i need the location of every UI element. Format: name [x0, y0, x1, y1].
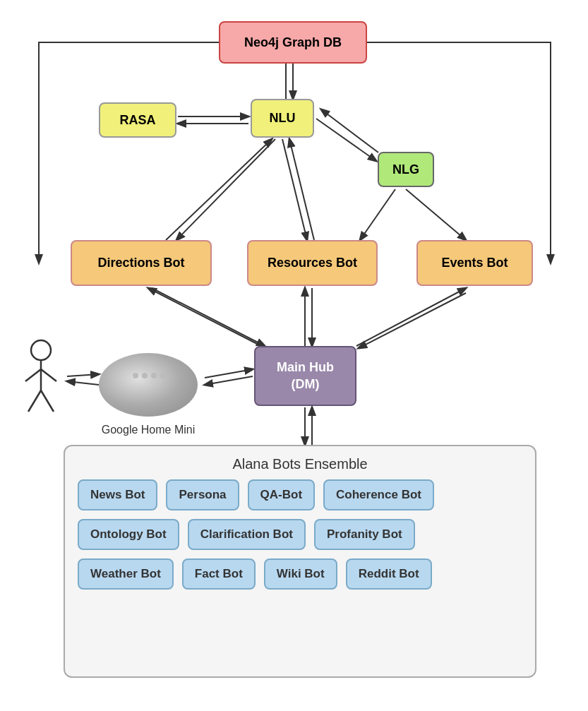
google-home-ellipse — [99, 353, 198, 417]
dot-2 — [142, 373, 148, 378]
nlg-node: NLG — [378, 152, 434, 187]
svg-line-6 — [176, 139, 275, 240]
fact-bot: Fact Bot — [182, 558, 256, 590]
clarification-bot-label: Clarification Bot — [200, 527, 293, 541]
google-home-label: Google Home Mini — [85, 424, 212, 436]
profanity-bot-label: Profanity Bot — [327, 527, 402, 541]
svg-line-11 — [166, 139, 272, 240]
svg-line-28 — [28, 390, 41, 412]
ensemble-title-text: Alana Bots Ensemble — [232, 456, 367, 472]
ensemble-row-2: Ontology Bot Clarification Bot Profanity… — [78, 519, 522, 550]
nlg-label: NLG — [392, 162, 419, 177]
dot-1 — [133, 373, 138, 378]
qa-bot: QA-Bot — [248, 479, 315, 510]
stick-figure — [20, 337, 62, 422]
nlu-node: NLU — [251, 99, 314, 138]
reddit-bot-label: Reddit Bot — [359, 567, 419, 580]
svg-line-13 — [152, 288, 265, 346]
events-label: Events Bot — [441, 256, 508, 270]
neo4j-label: Neo4j Graph DB — [244, 35, 342, 50]
google-home-text: Google Home Mini — [102, 424, 196, 436]
svg-line-26 — [25, 369, 41, 381]
persona-bot: Persona — [166, 479, 239, 510]
resources-bot-node: Resources Bot — [247, 240, 378, 286]
svg-line-4 — [316, 119, 376, 161]
svg-line-21 — [67, 374, 99, 376]
svg-line-12 — [148, 288, 261, 346]
weather-bot-label: Weather Bot — [90, 567, 161, 580]
svg-line-8 — [289, 139, 314, 240]
ensemble-row-3: Weather Bot Fact Bot Wiki Bot Reddit Bot — [78, 558, 522, 590]
news-bot: News Bot — [78, 479, 157, 510]
wiki-bot: Wiki Bot — [264, 558, 337, 590]
svg-line-17 — [359, 293, 466, 348]
google-home-dots — [133, 373, 166, 378]
dot-3 — [151, 373, 157, 378]
ensemble-grid: News Bot Persona QA-Bot Coherence Bot On… — [65, 479, 535, 590]
reddit-bot: Reddit Bot — [346, 558, 432, 590]
persona-label: Persona — [179, 488, 226, 501]
svg-line-20 — [67, 381, 99, 385]
ensemble-container: Alana Bots Ensemble News Bot Persona QA-… — [64, 445, 536, 678]
svg-line-18 — [205, 376, 253, 385]
rasa-label: RASA — [119, 113, 155, 128]
nlu-label: NLU — [270, 111, 296, 126]
qa-bot-label: QA-Bot — [260, 488, 302, 501]
news-bot-label: News Bot — [90, 488, 145, 501]
mainhub-label: Main Hub (DM) — [277, 359, 334, 393]
svg-line-5 — [321, 109, 378, 153]
svg-line-9 — [406, 189, 466, 240]
mainhub-node: Main Hub (DM) — [254, 346, 356, 406]
resources-label: Resources Bot — [268, 256, 357, 270]
directions-bot-node: Directions Bot — [71, 240, 212, 286]
svg-line-10 — [360, 189, 395, 240]
diagram: Neo4j Graph DB RASA NLU NLG Directions B… — [0, 0, 588, 711]
coherence-bot-label: Coherence Bot — [336, 488, 421, 501]
svg-line-19 — [205, 369, 253, 378]
events-bot-node: Events Bot — [416, 240, 533, 286]
ensemble-title: Alana Bots Ensemble — [65, 456, 535, 472]
profanity-bot: Profanity Bot — [314, 519, 415, 550]
svg-point-24 — [31, 340, 51, 360]
fact-bot-label: Fact Bot — [195, 567, 243, 580]
neo4j-node: Neo4j Graph DB — [219, 21, 367, 64]
svg-line-29 — [41, 390, 54, 412]
svg-line-7 — [282, 139, 307, 240]
google-home-mini — [99, 353, 198, 424]
ensemble-row-1: News Bot Persona QA-Bot Coherence Bot — [78, 479, 522, 510]
ontology-bot-label: Ontology Bot — [90, 527, 167, 541]
dot-4 — [160, 373, 166, 378]
rasa-node: RASA — [99, 102, 176, 138]
directions-label: Directions Bot — [97, 256, 184, 270]
coherence-bot: Coherence Bot — [323, 479, 434, 510]
svg-line-27 — [41, 369, 56, 381]
clarification-bot: Clarification Bot — [188, 519, 306, 550]
weather-bot: Weather Bot — [78, 558, 174, 590]
svg-line-16 — [356, 288, 466, 346]
wiki-bot-label: Wiki Bot — [277, 567, 325, 580]
ontology-bot: Ontology Bot — [78, 519, 179, 550]
